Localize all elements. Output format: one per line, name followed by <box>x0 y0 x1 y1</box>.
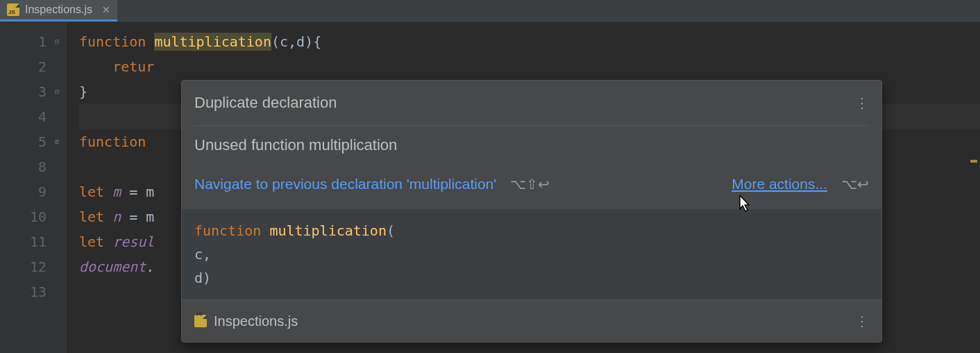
kebab-menu-icon[interactable]: ⋮ <box>855 309 869 334</box>
code-line: retur <box>79 54 980 79</box>
tab-label: Inspections.js <box>25 3 92 16</box>
gutter: 1⊟ 2 3⊟ 4 5⊞ 8 9 10 11 12 13 <box>0 22 67 353</box>
js-file-icon: JS <box>194 315 207 327</box>
fold-toggle-icon[interactable]: ⊟ <box>52 37 62 47</box>
navigate-link[interactable]: Navigate to previous declaration 'multip… <box>194 172 496 197</box>
popup-footer-file: Inspections.js <box>214 309 298 334</box>
more-actions-link[interactable]: More actions... <box>732 172 827 197</box>
kebab-menu-icon[interactable]: ⋮ <box>855 96 869 110</box>
gutter-line: 11 <box>0 229 47 254</box>
shortcut-hint: ⌥↩ <box>841 172 869 197</box>
shortcut-hint: ⌥⇧↩ <box>510 172 550 197</box>
gutter-line: 5⊞ <box>0 129 47 154</box>
error-stripe-marker[interactable] <box>970 160 977 163</box>
close-tab-icon[interactable]: ✕ <box>102 4 110 15</box>
editor-tabs: JS Inspections.js ✕ <box>0 0 980 22</box>
fold-expand-icon[interactable]: ⊞ <box>52 137 62 147</box>
gutter-line: 10 <box>0 204 47 229</box>
js-file-icon: JS <box>7 3 19 16</box>
gutter-line: 13 <box>0 279 47 304</box>
inspection-popup: Duplicate declaration ⋮ Unused function … <box>181 80 882 343</box>
gutter-line: 2 <box>0 54 47 79</box>
gutter-line: 3⊟ <box>0 79 47 104</box>
fold-toggle-icon[interactable]: ⊟ <box>52 87 62 97</box>
gutter-line: 1⊟ <box>0 29 47 54</box>
gutter-line: 4 <box>0 104 47 129</box>
tab-inspections-js[interactable]: JS Inspections.js ✕ <box>0 0 117 22</box>
gutter-line: 8 <box>0 154 47 179</box>
popup-subtitle: Unused function multiplication <box>182 126 881 170</box>
gutter-line: 12 <box>0 254 47 279</box>
gutter-line: 9 <box>0 179 47 204</box>
code-line: function multiplication(c,d){ <box>79 29 980 54</box>
popup-title: Duplicate declaration <box>194 90 337 115</box>
code-preview: function multiplication( c, d) <box>182 209 881 299</box>
editor[interactable]: 1⊟ 2 3⊟ 4 5⊞ 8 9 10 11 12 13 function mu… <box>0 22 980 353</box>
